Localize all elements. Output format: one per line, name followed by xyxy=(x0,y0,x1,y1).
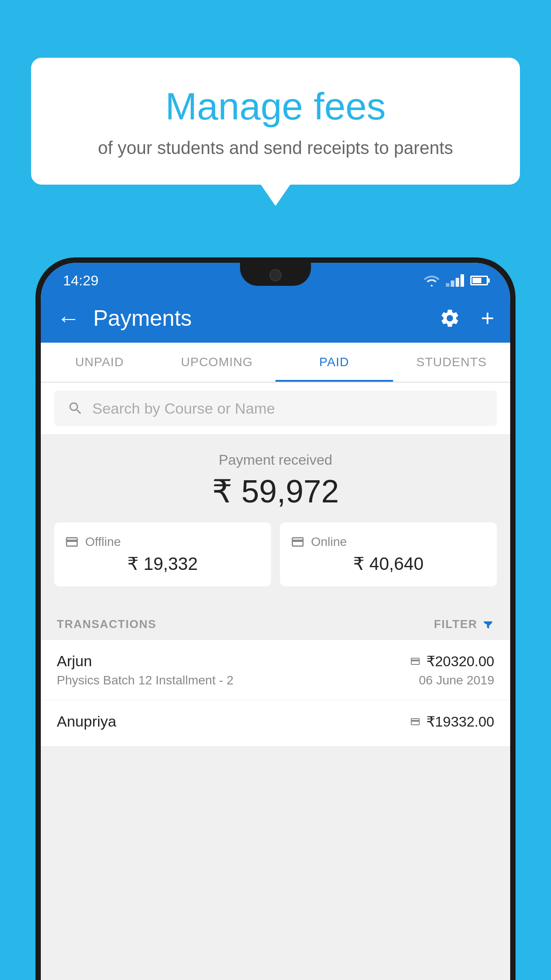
bubble-title: Manage fees xyxy=(67,84,484,128)
online-card-header: Online xyxy=(291,535,486,549)
speech-bubble: Manage fees of your students and send re… xyxy=(31,58,520,185)
notch xyxy=(240,263,311,286)
tab-upcoming[interactable]: UPCOMING xyxy=(158,343,276,382)
transactions-label: TRANSACTIONS xyxy=(57,617,157,631)
offline-card: Offline ₹ 19,332 xyxy=(54,522,271,586)
transaction-top-2: Anupriya ₹19332.00 xyxy=(57,713,494,730)
payment-total-amount: ₹ 59,972 xyxy=(54,473,497,510)
phone-frame: 14:29 xyxy=(35,257,516,980)
bubble-subtitle: of your students and send receipts to pa… xyxy=(67,138,484,158)
camera xyxy=(269,269,282,281)
filter-button[interactable]: FILTER xyxy=(434,617,494,631)
search-icon xyxy=(67,400,83,416)
filter-label: FILTER xyxy=(434,617,477,631)
transaction-top-1: Arjun ₹20320.00 xyxy=(57,652,494,670)
online-payment-icon xyxy=(409,656,422,667)
app-bar: ← Payments + xyxy=(41,294,510,343)
battery-icon xyxy=(470,276,488,285)
transaction-name-2: Anupriya xyxy=(57,713,116,730)
payment-received-label: Payment received xyxy=(54,452,497,468)
app-title: Payments xyxy=(93,305,426,331)
transaction-name-1: Arjun xyxy=(57,652,92,670)
wifi-icon xyxy=(424,274,440,287)
tab-paid[interactable]: PAID xyxy=(276,343,393,382)
filter-icon xyxy=(482,618,494,631)
online-icon xyxy=(291,535,305,549)
search-placeholder: Search by Course or Name xyxy=(92,400,275,417)
offline-label: Offline xyxy=(85,535,121,549)
search-box[interactable]: Search by Course or Name xyxy=(54,391,497,426)
transaction-amount-wrap-2: ₹19332.00 xyxy=(409,713,494,730)
offline-card-header: Offline xyxy=(65,535,260,549)
transaction-amount-2: ₹19332.00 xyxy=(426,713,494,730)
transaction-amount-1: ₹20320.00 xyxy=(426,653,494,670)
offline-payment-icon xyxy=(409,716,422,727)
offline-icon xyxy=(65,535,79,549)
phone-inner: 14:29 xyxy=(41,263,510,980)
transaction-amount-wrap-1: ₹20320.00 xyxy=(409,653,494,670)
online-label: Online xyxy=(311,535,347,549)
tabs-bar: UNPAID UPCOMING PAID STUDENTS xyxy=(41,343,510,383)
status-time: 14:29 xyxy=(63,273,98,289)
tab-unpaid[interactable]: UNPAID xyxy=(41,343,158,382)
offline-amount: ₹ 19,332 xyxy=(65,553,260,574)
tab-students[interactable]: STUDENTS xyxy=(393,343,511,382)
transaction-date-1: 06 June 2019 xyxy=(419,673,494,688)
signal-icon xyxy=(446,274,464,287)
transaction-row-2: Anupriya ₹19332.00 xyxy=(41,700,510,747)
speech-bubble-container: Manage fees of your students and send re… xyxy=(31,58,520,185)
transaction-bottom-1: Physics Batch 12 Installment - 2 06 June… xyxy=(57,673,494,688)
screen: 14:29 xyxy=(41,263,510,980)
payment-cards: Offline ₹ 19,332 Online ₹ 40,640 xyxy=(54,522,497,595)
search-container: Search by Course or Name xyxy=(41,383,510,434)
online-amount: ₹ 40,640 xyxy=(291,553,486,574)
payment-section: Payment received ₹ 59,972 Offline ₹ 19,3… xyxy=(41,434,510,609)
online-card: Online ₹ 40,640 xyxy=(280,522,497,586)
status-icons xyxy=(424,274,488,287)
transaction-row: Arjun ₹20320.00 Physics Batch 12 Install… xyxy=(41,640,510,700)
gear-icon[interactable] xyxy=(439,308,460,329)
transaction-desc-1: Physics Batch 12 Installment - 2 xyxy=(57,673,233,688)
transactions-header: TRANSACTIONS FILTER xyxy=(41,609,510,640)
add-button[interactable]: + xyxy=(481,305,494,332)
back-button[interactable]: ← xyxy=(57,305,80,332)
